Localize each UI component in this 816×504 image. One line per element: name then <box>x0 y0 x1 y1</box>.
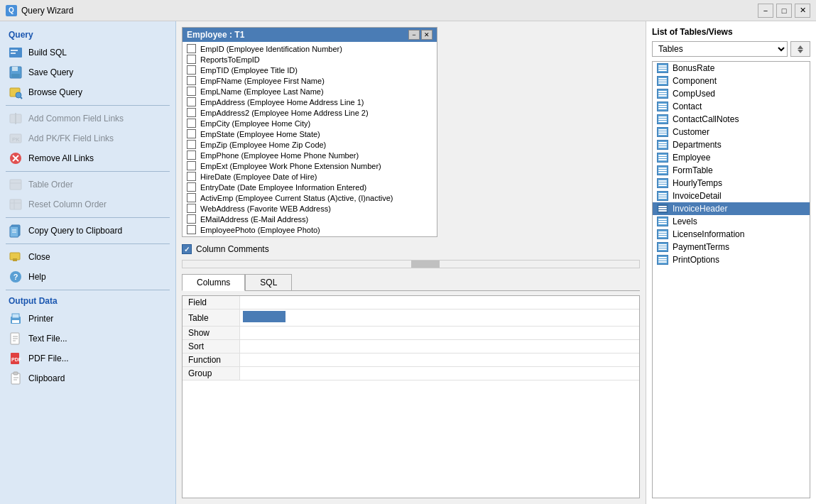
table-list-item[interactable]: InvoiceDetail <box>653 190 810 202</box>
field-row: EmpExt (Employee Work Phone Extension Nu… <box>183 160 437 171</box>
sidebar-item-build-sql[interactable]: Build SQL <box>0 43 175 62</box>
field-checkbox-ActivEmp[interactable] <box>187 193 196 202</box>
field-label-EmpAddress: EmpAddress (Employee Home Address Line 1… <box>200 98 364 106</box>
field-checkbox-EmpID[interactable] <box>187 44 196 53</box>
field-label-EmpPhone: EmpPhone (Employee Home Phone Number) <box>200 151 359 160</box>
sidebar-item-close[interactable]: Close <box>0 247 175 267</box>
svg-rect-29 <box>12 320 19 323</box>
field-checkbox-EmpLName[interactable] <box>187 87 196 96</box>
field-checkbox-EmpAddress[interactable] <box>187 97 196 106</box>
field-checkbox-EntryDate[interactable] <box>187 182 196 192</box>
table-order-label: Table Order <box>28 180 73 190</box>
field-checkbox-ReportsToEmpID[interactable] <box>187 55 196 64</box>
field-checkbox-EmpCity[interactable] <box>187 119 196 128</box>
field-checkbox-EmpAddress2[interactable] <box>187 108 196 117</box>
sidebar-item-help[interactable]: ? Help <box>0 267 175 287</box>
close-label: Close <box>28 252 50 262</box>
table-list-item-name: Employee <box>673 153 710 163</box>
table-card-minimize-btn[interactable]: − <box>408 30 420 40</box>
table-list-item[interactable]: Customer <box>653 126 810 138</box>
table-card-close-btn[interactable]: ✕ <box>421 30 433 40</box>
table-list-item[interactable]: CompUsed <box>653 87 810 100</box>
sidebar-item-add-pkfk: PK Add PK/FK Field Links <box>0 128 175 148</box>
field-row: EmpID (Employee Identification Number) <box>183 43 437 54</box>
table-list-item-name: Departments <box>673 140 722 150</box>
table-list-item[interactable]: LicenseInformation <box>653 228 810 241</box>
sidebar-item-add-common-field-links: Add Common Field Links <box>0 109 175 128</box>
table-list-item[interactable]: InvoiceHeader <box>653 202 810 215</box>
table-list-item[interactable]: PaymentTerms <box>653 241 810 253</box>
grid-row-value <box>239 327 639 340</box>
table-list-item-name: BonusRate <box>673 63 714 73</box>
table-icon <box>657 242 668 252</box>
output-section-title: Output Data <box>0 293 175 309</box>
table-list-item[interactable]: ContactCallNotes <box>653 113 810 126</box>
table-list-item[interactable]: Contact <box>653 100 810 113</box>
sidebar-item-printer[interactable]: Printer <box>0 309 175 329</box>
field-checkbox-EmpState[interactable] <box>187 129 196 138</box>
grid-row-label: Show <box>183 327 239 340</box>
sidebar-item-remove-all-links[interactable]: Remove All Links <box>0 148 175 168</box>
table-icon <box>657 191 668 201</box>
svg-text:PDF: PDF <box>11 357 22 362</box>
field-checkbox-EmpPhone[interactable] <box>187 150 196 160</box>
field-row: EMailAddress (E-Mail Address) <box>183 214 437 224</box>
svg-rect-2 <box>11 53 16 54</box>
field-row: EmpZip (Employee Home Zip Code) <box>183 139 437 150</box>
tab-columns[interactable]: Columns <box>182 274 245 291</box>
field-row: EmpLName (Employee Last Name) <box>183 86 437 97</box>
field-checkbox-EMailAddress[interactable] <box>187 214 196 224</box>
grid-row: Field <box>183 296 639 309</box>
printer-icon <box>9 312 23 326</box>
minimize-button[interactable]: − <box>758 4 773 18</box>
data-grid: FieldTableShowSortFunctionGroup <box>182 295 640 498</box>
table-list-item[interactable]: PrintOptions <box>653 253 810 266</box>
divider-5 <box>6 290 170 290</box>
table-icon <box>657 102 668 111</box>
table-list-item[interactable]: Departments <box>653 138 810 151</box>
table-list-item[interactable]: BonusRate <box>653 62 810 75</box>
maximize-button[interactable]: □ <box>776 4 792 18</box>
table-icon <box>657 76 668 86</box>
table-list-item[interactable]: Levels <box>653 215 810 228</box>
grid-row-label: Function <box>183 354 239 367</box>
table-list-item[interactable]: HourlyTemps <box>653 177 810 190</box>
field-checkbox-HireDate[interactable] <box>187 172 196 181</box>
table-order-icon <box>9 177 23 192</box>
sort-button[interactable] <box>790 41 810 57</box>
query-section-title: Query <box>0 27 175 43</box>
table-icon <box>657 178 668 188</box>
table-list-item[interactable]: Employee <box>653 151 810 164</box>
sidebar-item-clipboard[interactable]: Clipboard <box>0 368 175 388</box>
column-comments-checkbox[interactable] <box>182 244 192 254</box>
divider-3 <box>6 217 170 218</box>
horizontal-scroll-bar[interactable] <box>182 260 640 268</box>
grid-row: Function <box>183 354 639 367</box>
field-checkbox-WebAddress[interactable] <box>187 204 196 213</box>
table-list-item[interactable]: FormTable <box>653 164 810 177</box>
sidebar-item-text-file[interactable]: Text File... <box>0 329 175 349</box>
sidebar-item-copy-query[interactable]: Copy Query to Clipboard <box>0 221 175 241</box>
sidebar-item-browse-query[interactable]: Browse Query <box>0 82 175 102</box>
table-list-item[interactable]: Component <box>653 75 810 87</box>
tables-dropdown-select[interactable]: TablesViewsAll <box>652 41 788 57</box>
tab-sql[interactable]: SQL <box>245 274 292 290</box>
field-checkbox-EmpZip[interactable] <box>187 140 196 149</box>
table-icon <box>657 153 668 163</box>
table-list-item-name: LicenseInformation <box>673 229 744 239</box>
field-checkbox-EmpTID[interactable] <box>187 65 196 75</box>
close-window-button[interactable]: ✕ <box>795 4 810 18</box>
field-checkbox-EmpFName[interactable] <box>187 76 196 85</box>
sidebar-item-pdf-file[interactable]: PDF PDF File... <box>0 349 175 368</box>
sort-up-arrow <box>798 45 803 49</box>
sidebar-item-save-query[interactable]: Save Query <box>0 62 175 82</box>
svg-rect-4 <box>12 67 18 71</box>
table-icon <box>657 63 668 73</box>
field-checkbox-EmpExt[interactable] <box>187 161 196 170</box>
field-row: HireDate (Employee Date of Hire) <box>183 171 437 182</box>
grid-table: FieldTableShowSortFunctionGroup <box>183 296 639 380</box>
clipboard-icon <box>9 371 23 385</box>
field-checkbox-EmployeePhoto[interactable] <box>187 225 196 234</box>
svg-rect-18 <box>10 199 21 209</box>
grid-row-label: Sort <box>183 340 239 354</box>
